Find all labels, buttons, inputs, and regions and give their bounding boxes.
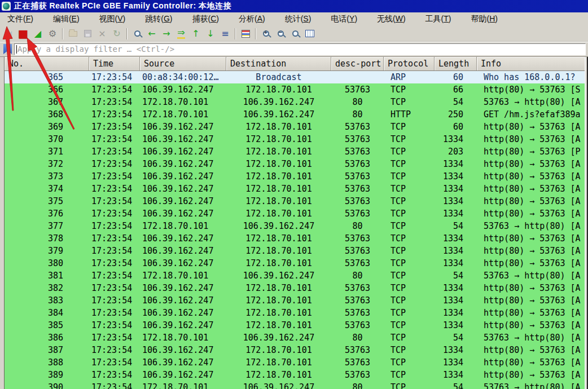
packet-row-367[interactable]: 36717:23:54172.18.70.101106.39.162.24780…: [5, 96, 585, 108]
zoom-out-button[interactable]: [273, 27, 288, 41]
cell-no: 366: [5, 83, 89, 96]
display-filter-input[interactable]: Apply a display filter … <Ctrl-/>: [14, 43, 586, 55]
go-to-packet-button[interactable]: ⇒: [174, 27, 188, 41]
go-back-button[interactable]: ←: [144, 27, 159, 41]
packet-row-375[interactable]: 37517:23:54106.39.162.247172.18.70.10153…: [5, 195, 585, 207]
packet-row-382[interactable]: 38217:23:54106.39.162.247172.18.70.10153…: [5, 282, 585, 294]
title-bar: 正在捕获 Realtek PCIe GBE Family Controller:…: [0, 0, 588, 12]
menu-item-3[interactable]: 视图(V): [94, 13, 131, 25]
menu-item-6[interactable]: 分析(A): [234, 13, 270, 25]
cell-info: http(80) → 53763 [A: [477, 121, 585, 133]
column-header-time[interactable]: Time: [89, 57, 140, 70]
filter-bookmark-icon[interactable]: [3, 44, 12, 54]
column-header-destination[interactable]: Destination: [226, 57, 331, 70]
menu-item-8[interactable]: 电话(Y): [326, 13, 362, 25]
packet-row-380[interactable]: 38017:23:54106.39.162.247172.18.70.10153…: [5, 257, 585, 269]
packet-row-381[interactable]: 38117:23:54172.18.70.101106.39.162.24780…: [5, 269, 585, 282]
cell-info: 53763 → http(80) [A: [477, 96, 585, 108]
resize-columns-button[interactable]: [302, 27, 317, 41]
menu-item-1[interactable]: 文件(F): [2, 13, 38, 25]
packet-row-388[interactable]: 38817:23:54106.39.162.247172.18.70.10153…: [5, 356, 585, 369]
packet-row-383[interactable]: 38317:23:54106.39.162.247172.18.70.10153…: [5, 294, 585, 307]
cell-no: 371: [5, 145, 89, 158]
cell-source: 106.39.162.247: [140, 356, 226, 369]
packet-row-373[interactable]: 37317:23:54106.39.162.247172.18.70.10153…: [5, 170, 585, 183]
cell-protocol: TCP: [384, 183, 435, 195]
cell-time: 17:23:54: [89, 344, 140, 356]
column-header-source[interactable]: Source: [140, 57, 226, 70]
go-to-top-button[interactable]: ↑: [188, 27, 203, 41]
find-packet-button[interactable]: [130, 27, 144, 41]
cell-no: 386: [5, 331, 89, 344]
cell-length: 54: [435, 381, 477, 389]
menu-item-4[interactable]: 跳转(G): [140, 13, 177, 25]
packet-row-369[interactable]: 36917:23:54106.39.162.247172.18.70.10153…: [5, 121, 585, 133]
text-caret-icon: [16, 45, 17, 54]
packet-row-374[interactable]: 37417:23:54106.39.162.247172.18.70.10153…: [5, 183, 585, 195]
column-header-length[interactable]: Length: [435, 57, 477, 70]
menu-item-5[interactable]: 捕获(C): [187, 13, 224, 25]
cell-length: 1334: [435, 207, 477, 220]
zoom-in-button[interactable]: [258, 27, 273, 41]
cell-no: 369: [5, 121, 89, 133]
column-header-protocol[interactable]: Protocol: [384, 57, 435, 70]
cell-time: 17:23:54: [89, 319, 140, 331]
cell-port: 53763: [331, 121, 384, 133]
menu-item-7[interactable]: 统计(S): [280, 13, 317, 25]
packet-row-365[interactable]: 36517:23:5400:a8:34:00:12…BroadcastARP60…: [5, 71, 585, 83]
menu-item-2[interactable]: 编辑(E): [48, 13, 85, 25]
packet-row-370[interactable]: 37017:23:54106.39.162.247172.18.70.10153…: [5, 133, 585, 145]
packet-row-379[interactable]: 37917:23:54106.39.162.247172.18.70.10153…: [5, 245, 585, 257]
cell-time: 17:23:54: [89, 207, 140, 220]
packet-row-372[interactable]: 37217:23:54106.39.162.247172.18.70.10153…: [5, 158, 585, 170]
toolbar-separator: [235, 28, 236, 39]
menu-item-10[interactable]: 工具(T): [420, 13, 457, 25]
cell-info: http(80) → 53763 [A: [477, 319, 585, 331]
restart-capture-button[interactable]: ◢: [30, 27, 45, 41]
column-header-info[interactable]: Info: [477, 57, 585, 70]
capture-options-button[interactable]: ⚙: [45, 27, 60, 41]
packet-row-387[interactable]: 38717:23:54106.39.162.247172.18.70.10153…: [5, 344, 585, 356]
cell-length: 1334: [435, 158, 477, 170]
cell-protocol: TCP: [384, 282, 435, 294]
stop-capture-button[interactable]: ■: [16, 27, 30, 41]
packet-row-378[interactable]: 37817:23:54106.39.162.247172.18.70.10153…: [5, 232, 585, 245]
go-forward-button[interactable]: →: [159, 27, 174, 41]
cell-destination: 172.18.70.101: [226, 195, 331, 207]
cell-destination: 172.18.70.101: [226, 369, 331, 381]
packet-row-390[interactable]: 39017:23:54172.18.70.101106.39.162.24780…: [5, 381, 585, 389]
cell-source: 00:a8:34:00:12…: [140, 71, 226, 83]
packet-row-371[interactable]: 37117:23:54106.39.162.247172.18.70.10153…: [5, 145, 585, 158]
column-header-desc-port[interactable]: desc-port: [331, 57, 384, 70]
packet-row-384[interactable]: 38417:23:54106.39.162.247172.18.70.10153…: [5, 307, 585, 319]
packet-row-368[interactable]: 36817:23:54172.18.70.101106.39.162.24780…: [5, 108, 585, 121]
packet-row-389[interactable]: 38917:23:54106.39.162.247172.18.70.10153…: [5, 369, 585, 381]
packet-list-body: 36517:23:5400:a8:34:00:12…BroadcastARP60…: [5, 71, 585, 389]
main-toolbar: ◢■◢⚙×↻←→⇒↑↓≡: [0, 26, 588, 42]
packet-row-385[interactable]: 38517:23:54106.39.162.247172.18.70.10153…: [5, 319, 585, 331]
cell-time: 17:23:54: [89, 245, 140, 257]
packet-row-366[interactable]: 36617:23:54106.39.162.247172.18.70.10153…: [5, 83, 585, 96]
cell-destination: 106.39.162.247: [226, 108, 331, 121]
colorize-packets-button[interactable]: [238, 27, 253, 41]
auto-scroll-button[interactable]: ≡: [218, 27, 232, 41]
cell-time: 17:23:54: [89, 195, 140, 207]
cell-protocol: TCP: [384, 207, 435, 220]
cell-info: http(80) → 53763 [A: [477, 369, 585, 381]
cell-no: 385: [5, 319, 89, 331]
cell-length: 1334: [435, 170, 477, 183]
packet-row-376[interactable]: 37617:23:54106.39.162.247172.18.70.10153…: [5, 207, 585, 220]
menu-item-11[interactable]: 帮助(H): [466, 13, 503, 25]
cell-port: 53763: [331, 369, 384, 381]
column-header-no-[interactable]: No.: [5, 57, 89, 70]
zoom-original-button[interactable]: [288, 27, 302, 41]
menu-item-9[interactable]: 无线(W): [372, 13, 411, 25]
window-title: 正在捕获 Realtek PCIe GBE Family Controller:…: [14, 1, 231, 11]
cell-time: 17:23:54: [89, 294, 140, 307]
cell-info: Who has 168.0.0.1?: [477, 71, 585, 83]
packet-row-386[interactable]: 38617:23:54172.18.70.101106.39.162.24780…: [5, 331, 585, 344]
go-to-bottom-button[interactable]: ↓: [203, 27, 218, 41]
cell-protocol: TCP: [384, 220, 435, 232]
cell-length: 203: [435, 145, 477, 158]
packet-row-377[interactable]: 37717:23:54172.18.70.101106.39.162.24780…: [5, 220, 585, 232]
